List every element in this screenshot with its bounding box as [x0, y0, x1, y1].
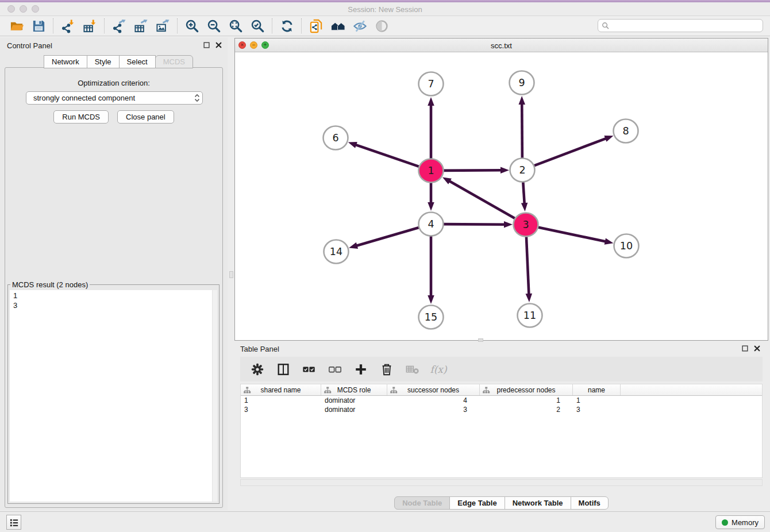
graph-node-11[interactable]: 11 — [518, 304, 542, 327]
graph-node-7[interactable]: 7 — [419, 72, 444, 96]
hide-panel-icon[interactable] — [349, 17, 371, 34]
graph-node-14[interactable]: 14 — [324, 240, 349, 264]
close-panel-icon[interactable] — [215, 42, 222, 48]
tab-node-table[interactable]: Node Table — [394, 496, 450, 510]
table-tabs-bar: Node TableEdge TableNetwork TableMotifs — [234, 496, 768, 510]
graph-node-10[interactable]: 10 — [614, 234, 639, 258]
network-canvas[interactable]: 7968124314101511 — [235, 52, 768, 340]
edge-arrow-1-7 — [428, 97, 434, 106]
mcds-result-values: 13 — [10, 290, 217, 311]
graph-node-9[interactable]: 9 — [510, 71, 534, 95]
export-table-icon[interactable] — [130, 17, 152, 34]
table-cell[interactable]: 2 — [480, 406, 573, 414]
save-session-icon[interactable] — [28, 17, 49, 34]
table-cell[interactable]: 1 — [241, 396, 321, 404]
edge-4-3[interactable] — [442, 224, 506, 225]
split-columns-icon[interactable] — [275, 361, 291, 377]
graph-node-8[interactable]: 8 — [614, 119, 638, 143]
zoom-fit-icon[interactable] — [225, 17, 247, 34]
graph-node-1[interactable]: 1 — [419, 159, 444, 183]
graph-node-15[interactable]: 15 — [419, 306, 444, 329]
table-cell[interactable]: dominator — [321, 396, 387, 404]
control-panel-title: Control Panel — [7, 41, 52, 50]
zoom-out-icon[interactable] — [203, 17, 225, 34]
import-network-icon[interactable] — [57, 17, 79, 34]
table-cell[interactable]: 1 — [480, 396, 573, 404]
edge-2-3[interactable] — [523, 181, 525, 205]
table-row[interactable]: 1dominator411 — [241, 396, 762, 405]
import-table-icon[interactable] — [79, 17, 101, 34]
run-mcds-button[interactable]: Run MCDS — [53, 110, 109, 124]
open-session-icon[interactable] — [6, 17, 28, 34]
add-column-icon[interactable] — [353, 361, 369, 377]
edge-arrow-2-3 — [521, 203, 528, 211]
deselect-all-columns-icon[interactable] — [327, 361, 343, 377]
edge-3-11[interactable] — [526, 236, 529, 295]
table-cell[interactable]: dominator — [321, 406, 387, 414]
tab-motifs[interactable]: Motifs — [571, 496, 609, 510]
node-label: 7 — [428, 78, 434, 90]
result-scrollbar[interactable] — [212, 290, 217, 502]
tab-edge-table[interactable]: Edge Table — [449, 496, 505, 510]
table-horizontal-scrollbar[interactable] — [240, 479, 763, 486]
tab-select[interactable]: Select — [119, 55, 156, 68]
table-cell[interactable]: 3 — [241, 406, 321, 414]
edge-arrow-3-1 — [442, 177, 452, 184]
vertical-splitter-handle[interactable] — [229, 271, 233, 278]
refresh-icon[interactable] — [276, 17, 298, 34]
delete-column-icon[interactable] — [379, 361, 395, 377]
task-history-button[interactable] — [6, 515, 21, 530]
gear-icon[interactable] — [249, 361, 265, 377]
table-cell[interactable]: 1 — [573, 396, 621, 404]
float-table-panel-icon[interactable] — [742, 345, 748, 352]
edge-3-1[interactable] — [448, 180, 516, 219]
graph-node-3[interactable]: 3 — [514, 213, 538, 237]
mcds-result-title: MCDS result (2 nodes) — [10, 280, 90, 289]
tab-mcds[interactable]: MCDS — [155, 55, 193, 68]
edge-3-10[interactable] — [537, 227, 607, 242]
column-header-successor-nodes[interactable]: successor nodes — [387, 384, 480, 395]
column-header-mcds-role[interactable]: MCDS role — [321, 384, 387, 395]
optimization-criterion-select[interactable]: strongly connected component — [26, 91, 203, 105]
export-network-icon[interactable] — [108, 17, 130, 34]
memory-button[interactable]: Memory — [715, 515, 765, 529]
float-panel-icon[interactable] — [203, 42, 210, 48]
zoom-in-icon[interactable] — [181, 17, 203, 34]
zoom-selected-icon[interactable] — [247, 17, 268, 34]
edge-4-14[interactable] — [356, 227, 421, 246]
edge-arrow-1-4 — [428, 202, 434, 211]
network-window-titlebar[interactable]: × − + scc.txt — [235, 38, 768, 52]
search-field[interactable] — [598, 19, 763, 32]
close-panel-button[interactable]: Close panel — [117, 110, 174, 124]
control-panel-tabs: NetworkStyleSelectMCDS — [44, 55, 192, 68]
graph-node-6[interactable]: 6 — [324, 126, 348, 150]
graph-node-2[interactable]: 2 — [510, 159, 535, 182]
edge-1-6[interactable] — [355, 144, 421, 167]
edge-2-9[interactable] — [522, 103, 522, 159]
table-cell[interactable]: 4 — [387, 396, 480, 404]
edge-2-8[interactable] — [533, 138, 607, 166]
table-row[interactable]: 3dominator323 — [241, 405, 762, 414]
column-header-predecessor-nodes[interactable]: predecessor nodes — [480, 384, 573, 395]
tab-network-table[interactable]: Network Table — [505, 496, 571, 510]
optimization-criterion-label: Optimization criterion: — [5, 79, 222, 87]
clone-network-icon[interactable] — [305, 17, 327, 34]
show-networks-icon[interactable] — [327, 17, 349, 34]
column-header-label: name — [588, 386, 605, 394]
column-header-name[interactable]: name — [573, 384, 621, 395]
edge-1-2[interactable] — [442, 170, 502, 171]
graph-node-4[interactable]: 4 — [419, 213, 444, 236]
column-header-shared-name[interactable]: shared name — [241, 384, 321, 395]
node-label: 8 — [622, 125, 629, 137]
table-cell[interactable]: 3 — [573, 406, 621, 414]
tab-network[interactable]: Network — [44, 55, 87, 68]
close-table-panel-icon[interactable] — [754, 345, 760, 352]
select-all-columns-icon[interactable] — [301, 361, 317, 377]
mcds-result-list[interactable]: 13 — [10, 290, 217, 502]
mcds-result-node: 3 — [13, 300, 214, 310]
search-icon — [602, 22, 610, 30]
export-image-icon[interactable] — [152, 17, 174, 34]
table-cell[interactable]: 3 — [387, 406, 480, 414]
tab-style[interactable]: Style — [87, 55, 120, 68]
search-input[interactable] — [610, 21, 763, 31]
